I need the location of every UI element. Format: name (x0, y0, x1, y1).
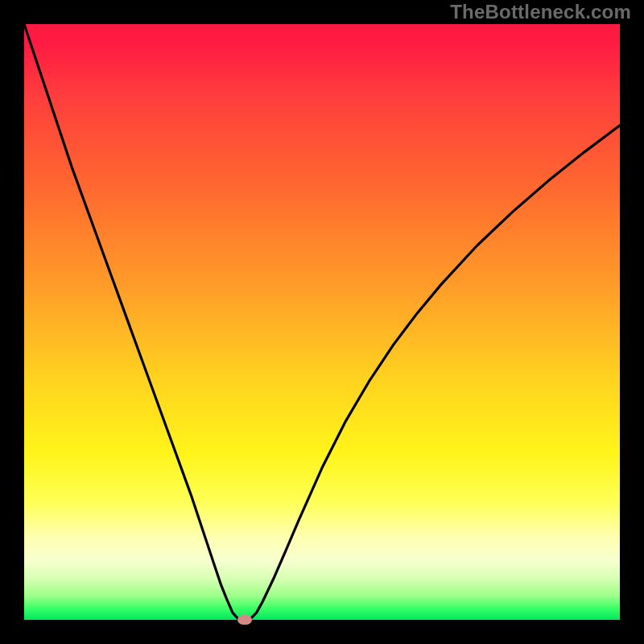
curve-svg (24, 24, 620, 620)
plot-area (24, 24, 620, 620)
optimum-marker (237, 615, 252, 625)
chart-frame: TheBottleneck.com (0, 0, 644, 644)
watermark-text: TheBottleneck.com (450, 1, 631, 23)
bottleneck-curve (24, 24, 620, 620)
